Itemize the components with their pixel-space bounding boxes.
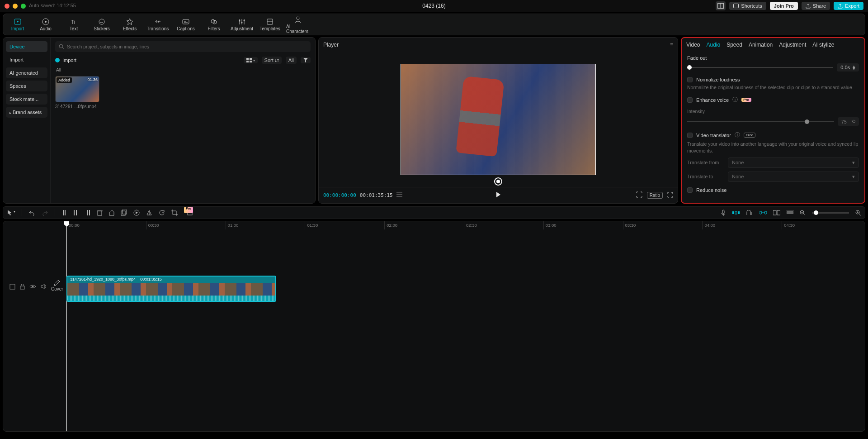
track-lock-icon[interactable] xyxy=(20,284,25,291)
media-thumb[interactable]: Added 01:36 3147261-...0fps.mp4 xyxy=(55,76,99,109)
intensity-value[interactable]: 75⟲ xyxy=(838,117,859,126)
intensity-value-text: 75 xyxy=(841,119,847,124)
tab-transitions[interactable]: Transitions xyxy=(146,15,170,34)
fullscreen-icon[interactable] xyxy=(667,192,673,199)
reduce-noise-checkbox[interactable] xyxy=(687,187,693,193)
sort-button[interactable]: Sort xyxy=(262,57,282,64)
reset-icon[interactable]: ⟲ xyxy=(851,119,855,124)
filter-all-button[interactable]: All xyxy=(286,57,297,64)
player-viewport[interactable] xyxy=(319,52,678,187)
insp-tab-speed[interactable]: Speed xyxy=(726,42,742,48)
duplicate-icon[interactable] xyxy=(121,210,127,216)
layout-icon[interactable] xyxy=(716,1,726,10)
translate-from-value: None xyxy=(732,160,744,166)
insp-tab-audio[interactable]: Audio xyxy=(706,42,720,48)
tab-captions[interactable]: Captions xyxy=(174,15,198,34)
nav-brand-assets[interactable]: ▸Brand assets xyxy=(6,107,47,118)
track-visibility-icon[interactable] xyxy=(29,284,36,291)
nav-spaces[interactable]: Spaces xyxy=(6,81,47,91)
marker-icon[interactable] xyxy=(109,210,114,216)
share-button[interactable]: Share xyxy=(802,2,830,10)
maximize-window-icon[interactable] xyxy=(21,4,26,9)
filter-funnel-button[interactable] xyxy=(301,57,311,63)
focus-frame-icon[interactable] xyxy=(636,191,642,199)
translate-from-select[interactable]: None▾ xyxy=(728,157,859,168)
tab-import[interactable]: Import xyxy=(6,15,29,34)
pointer-tool-icon[interactable]: ▾ xyxy=(7,210,15,216)
media-search[interactable]: Search project, subjects in image, lines xyxy=(55,41,311,52)
insp-tab-animation[interactable]: Animation xyxy=(749,42,773,48)
tab-ai-characters[interactable]: AI Characters xyxy=(286,15,310,34)
tab-filters[interactable]: Filters xyxy=(202,15,226,34)
preview-mode-icon[interactable] xyxy=(773,210,780,215)
import-chip[interactable]: Import xyxy=(55,57,76,63)
zoom-slider[interactable] xyxy=(812,212,849,214)
speed-icon[interactable] xyxy=(133,210,140,216)
shortcuts-button[interactable]: Shortcuts xyxy=(729,2,766,10)
split-icon[interactable] xyxy=(61,210,67,216)
view-grid-button[interactable]: ▾ xyxy=(244,57,258,63)
tab-stickers[interactable]: Stickers xyxy=(90,15,113,34)
info-icon[interactable]: ⓘ xyxy=(732,96,738,104)
nav-stock-materials[interactable]: Stock mate... xyxy=(6,94,47,105)
insp-tab-adjustment[interactable]: Adjustment xyxy=(779,42,806,48)
list-view-icon[interactable] xyxy=(396,192,402,199)
mirror-icon[interactable] xyxy=(146,210,152,216)
tab-text[interactable]: TIText xyxy=(62,15,85,34)
reduce-noise-label: Reduce noise xyxy=(696,187,726,193)
track-options-icon[interactable] xyxy=(9,284,15,291)
insp-tab-ai-stylize[interactable]: AI stylize xyxy=(812,42,834,48)
trim-left-icon[interactable] xyxy=(73,210,79,216)
fadeout-value[interactable]: 0.0s▴▾ xyxy=(837,63,859,72)
undo-icon[interactable] xyxy=(28,210,35,216)
tab-templates[interactable]: Templates xyxy=(258,15,282,34)
crop-icon[interactable] xyxy=(171,210,178,216)
delete-icon[interactable] xyxy=(97,210,103,216)
magnet-left-icon[interactable] xyxy=(732,210,740,215)
play-button[interactable] xyxy=(495,191,501,199)
track-layout-icon[interactable] xyxy=(787,210,793,215)
ratio-button[interactable]: Ratio xyxy=(647,192,663,199)
svg-marker-45 xyxy=(136,211,138,214)
translate-to-select[interactable]: None▾ xyxy=(728,172,859,182)
svg-rect-49 xyxy=(722,210,724,214)
playhead[interactable] xyxy=(66,221,67,431)
mic-icon[interactable] xyxy=(721,210,726,216)
normalize-checkbox[interactable] xyxy=(687,77,693,82)
redo-icon[interactable] xyxy=(42,210,48,216)
info-icon[interactable]: ⓘ xyxy=(735,131,740,139)
ai-enhance-icon[interactable]: Pro xyxy=(184,210,193,216)
zoom-out-icon[interactable] xyxy=(800,210,806,216)
player-menu-icon[interactable]: ≡ xyxy=(670,42,673,48)
minimize-window-icon[interactable] xyxy=(13,4,18,9)
close-window-icon[interactable] xyxy=(5,4,9,9)
timeline-panel: 00:00 00:30 01:00 01:30 02:00 02:30 03:0… xyxy=(3,221,865,432)
join-pro-button[interactable]: Join Pro xyxy=(770,2,798,10)
search-icon xyxy=(59,44,64,49)
export-button[interactable]: Export xyxy=(834,2,863,10)
fadeout-slider[interactable] xyxy=(687,67,833,68)
nav-import[interactable]: Import xyxy=(6,54,47,65)
intensity-slider[interactable] xyxy=(687,121,834,122)
insp-tab-video[interactable]: Video xyxy=(686,42,700,48)
cover-button[interactable]: Cover xyxy=(51,279,63,291)
pencil-icon xyxy=(53,279,61,286)
track-mute-icon[interactable] xyxy=(41,284,47,291)
tab-audio[interactable]: Audio xyxy=(34,15,57,34)
link-icon[interactable] xyxy=(760,210,767,215)
snap-icon[interactable] xyxy=(746,210,753,216)
timeline-clip[interactable]: 3147261-hd_1920_1080_30fps.mp4 00:01:35:… xyxy=(66,276,276,302)
enhance-voice-checkbox[interactable] xyxy=(687,97,693,103)
video-translator-checkbox[interactable] xyxy=(687,133,693,138)
record-indicator-icon xyxy=(494,177,502,186)
nav-ai-generated[interactable]: AI generated xyxy=(6,67,47,78)
timeline-ruler[interactable]: 00:00 00:30 01:00 01:30 02:00 02:30 03:0… xyxy=(66,221,861,229)
nav-device[interactable]: Device xyxy=(6,41,47,52)
tab-effects[interactable]: Effects xyxy=(118,15,142,34)
trim-right-icon[interactable] xyxy=(85,210,90,216)
svg-rect-58 xyxy=(787,210,793,211)
svg-rect-21 xyxy=(267,19,273,24)
tab-adjustment[interactable]: Adjustment xyxy=(230,15,254,34)
rotate-icon[interactable] xyxy=(159,210,165,216)
zoom-in-icon[interactable] xyxy=(855,210,861,216)
